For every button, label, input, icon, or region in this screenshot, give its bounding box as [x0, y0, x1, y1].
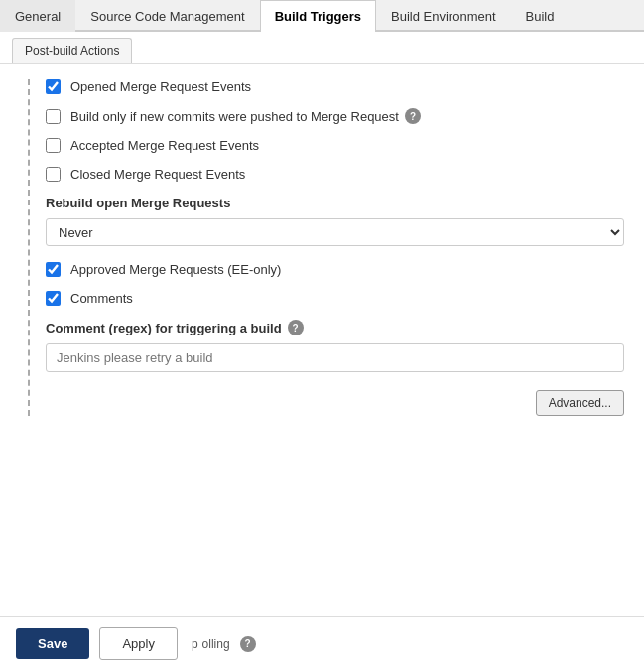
comment-regex-help-icon[interactable]: ?: [288, 320, 304, 335]
advanced-btn-row: Advanced...: [46, 390, 624, 416]
closed-merge-checkbox[interactable]: [46, 167, 61, 182]
tab-build-triggers[interactable]: Build Triggers: [260, 0, 376, 32]
polling-text: p: [192, 637, 198, 651]
accepted-merge-label[interactable]: Accepted Merge Request Events: [70, 138, 259, 153]
checkbox-row-opened-merge: Opened Merge Request Events: [46, 79, 624, 94]
tab-scm[interactable]: Source Code Management: [75, 0, 259, 32]
opened-merge-checkbox[interactable]: [46, 79, 61, 94]
comment-regex-label: Comment (regex) for triggering a build: [46, 321, 282, 335]
bottom-bar: Save Apply p olling ?: [0, 616, 644, 670]
trigger-section: Opened Merge Request Events Build only i…: [28, 79, 624, 416]
checkbox-row-closed-merge: Closed Merge Request Events: [46, 167, 624, 182]
rebuild-section-label: Rebuild open Merge Requests: [46, 196, 624, 210]
comment-regex-label-row: Comment (regex) for triggering a build ?: [46, 320, 624, 335]
save-button[interactable]: Save: [16, 628, 89, 659]
new-commits-help-icon[interactable]: ?: [405, 108, 421, 124]
checkbox-row-accepted-merge: Accepted Merge Request Events: [46, 138, 624, 153]
sub-tab-post-build[interactable]: Post-build Actions: [12, 38, 132, 63]
tab-bar: General Source Code Management Build Tri…: [0, 0, 644, 32]
advanced-button[interactable]: Advanced...: [536, 390, 624, 416]
content-area: Opened Merge Request Events Build only i…: [0, 64, 644, 658]
apply-button[interactable]: Apply: [99, 627, 178, 660]
opened-merge-label[interactable]: Opened Merge Request Events: [70, 79, 251, 94]
closed-merge-label[interactable]: Closed Merge Request Events: [70, 167, 245, 182]
checkbox-row-approved-merge: Approved Merge Requests (EE-only): [46, 262, 624, 277]
bottom-hint: p olling ?: [192, 636, 256, 652]
tab-build[interactable]: Build: [511, 0, 570, 32]
polling-help-icon[interactable]: ?: [240, 636, 256, 652]
polling-label: olling: [202, 637, 230, 651]
approved-merge-label[interactable]: Approved Merge Requests (EE-only): [70, 262, 281, 277]
comments-label[interactable]: Comments: [70, 291, 133, 306]
rebuild-dropdown-row: Never On push to source branch On push t…: [46, 218, 624, 246]
comment-regex-input[interactable]: [46, 343, 624, 372]
new-commits-label[interactable]: Build only if new commits were pushed to…: [70, 109, 399, 124]
approved-merge-checkbox[interactable]: [46, 262, 61, 277]
checkbox-row-new-commits: Build only if new commits were pushed to…: [46, 108, 624, 124]
tab-general[interactable]: General: [0, 0, 75, 32]
new-commits-checkbox[interactable]: [46, 109, 61, 124]
rebuild-dropdown[interactable]: Never On push to source branch On push t…: [46, 218, 624, 246]
accepted-merge-checkbox[interactable]: [46, 138, 61, 153]
tab-build-env[interactable]: Build Environment: [376, 0, 511, 32]
comments-checkbox[interactable]: [46, 291, 61, 306]
sub-tab-bar: Post-build Actions: [0, 32, 644, 64]
checkbox-row-comments: Comments: [46, 291, 624, 306]
